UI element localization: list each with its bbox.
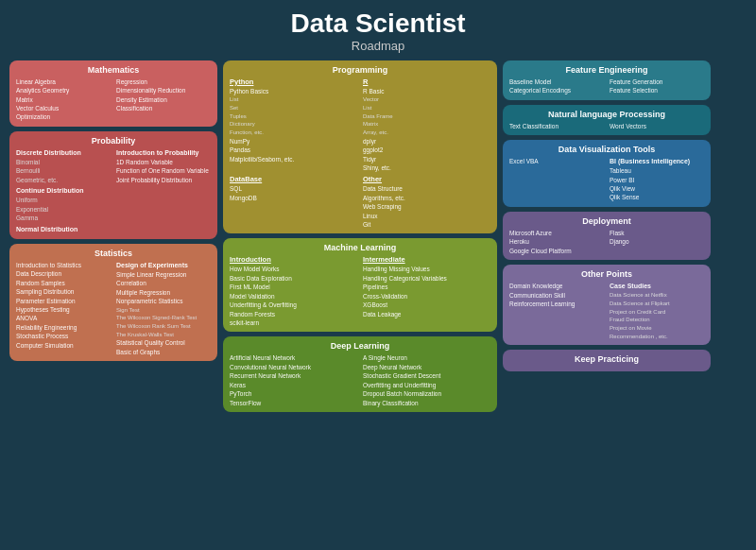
ml-5: Underfitting & Overfitting — [230, 301, 357, 309]
other-cs-title: Case Studies — [610, 282, 704, 291]
prob-col2: Introduction to Probability 1D Random Va… — [116, 148, 211, 234]
dl-ann: Artificial Neural Network — [230, 353, 357, 362]
prog-algo: Algorithms, etc. — [363, 194, 490, 202]
dvt-powerbi: Power BI — [610, 176, 704, 184]
left-column: Mathematics Linear Algebra Analytics Geo… — [9, 60, 217, 412]
stats-wsr: The Wilcoxon Signed-Rank Test — [116, 314, 211, 322]
stats-8: Reliability Engineering — [16, 323, 111, 332]
math-item-5: Optimization — [16, 112, 111, 121]
stats-title: Statistics — [16, 249, 211, 258]
feat-1: Baseline Model — [509, 77, 604, 86]
math-item-1: Linear Algebra — [16, 77, 111, 86]
math-item-3: Matrix — [16, 95, 111, 104]
stats-9: Stochastic Process — [16, 332, 111, 340]
dvt-qliksense: Qlik Sense — [610, 193, 704, 201]
py-set: Set — [230, 104, 357, 112]
math-title: Mathematics — [16, 65, 211, 75]
dl-card: Deep Learning Artificial Neural Network … — [223, 336, 497, 412]
ml-i5: XGBoost — [363, 301, 490, 309]
prob-geometric: Geometric, etc. — [16, 176, 111, 184]
stats-bog: Basic of Graphs — [116, 348, 211, 356]
ml-3: First ML Model — [230, 283, 357, 291]
stats-kw: The Kruskal-Walls Test — [116, 331, 211, 339]
math-item-9: Classification — [116, 104, 211, 112]
r-basic: R Basic — [363, 87, 490, 95]
py-func: Function, etc. — [230, 129, 357, 137]
r-ggplot: ggplot2 — [363, 146, 490, 154]
py-list: List — [230, 95, 357, 104]
dvt-title: Data Visualization Tools — [509, 145, 704, 154]
stats-card: Statistics Introduction to Statistics Da… — [9, 244, 217, 361]
dl-sgd: Stochastic Gradient Descent — [363, 371, 490, 380]
math-item-7: Dimensionality Reduction — [116, 86, 211, 95]
prog-python-col: Python Python Basics List Set Tuples Dic… — [230, 77, 357, 173]
subtitle: Roadmap — [9, 39, 747, 53]
prob-binomial: Binomial — [16, 158, 111, 166]
dvt-col1: Excel VBA — [509, 157, 604, 202]
ml-inter-title: Intermediate — [363, 255, 490, 264]
stats-doe: Design of Experiments — [116, 261, 211, 270]
other-rec: Recommendation , etc. — [610, 333, 704, 341]
other-credit: Project on Credit Card — [610, 308, 704, 317]
ml-i4: Cross-Validation — [363, 292, 490, 301]
deploy-title: Deployment — [509, 216, 704, 226]
dl-col1: Artificial Neural Network Convolutional … — [230, 353, 357, 407]
deploy-flask: Flask — [610, 229, 704, 237]
other-netflix: Data Science at Netflix — [610, 291, 704, 300]
deploy-azure: Microsoft Azure — [509, 229, 604, 237]
prog-db-col: DataBase SQL MongoDB — [230, 175, 357, 229]
dl-cnn: Convolutional Neural Network — [230, 363, 357, 371]
stats-3: Random Samples — [16, 279, 111, 287]
ml-intro-title: Introduction — [230, 255, 357, 264]
prog-r-col: R R Basic Vector List Data Frame Matrix … — [363, 77, 490, 173]
r-tidyr: Tidyr — [363, 155, 490, 163]
keep-card: Keep Practicing — [503, 350, 711, 371]
dvt-qlikview: Qlik View — [610, 184, 704, 193]
prob-gamma: Gamma — [16, 214, 111, 222]
prob-uniform: Uniform — [16, 196, 111, 204]
deploy-col1: Microsoft Azure Heroku Google Cloud Plat… — [509, 229, 604, 255]
deploy-col2: Flask Django — [610, 229, 704, 255]
deploy-card: Deployment Microsoft Azure Heroku Google… — [503, 212, 711, 260]
prog-ds: Data Structure — [363, 184, 490, 193]
dvt-card: Data Visualization Tools Excel VBA BI (B… — [503, 140, 711, 207]
math-item-2: Analytics Geometry — [16, 86, 111, 95]
prob-discrete: Discrete Distribution — [16, 148, 111, 158]
stats-5: Parameter Estimation — [16, 297, 111, 305]
title-area: Data Scientist Roadmap — [9, 9, 747, 53]
prog-git: Git — [363, 220, 490, 229]
ml-i2: Handling Categorical Variables — [363, 274, 490, 283]
py-numpy: NumPy — [230, 137, 357, 146]
math-col2: Regression Dimensionality Reduction Dens… — [116, 77, 211, 122]
py-dict: Dictionary — [230, 120, 357, 129]
nlp-col1: Text Classification — [509, 122, 604, 130]
py-tuples: Tuples — [230, 112, 357, 121]
db-mongo: MongoDB — [230, 194, 357, 202]
prob-card: Probability Discrete Distribution Binomi… — [9, 131, 217, 239]
feat-col2: Feature Generation Feature Selection — [610, 77, 704, 95]
prob-exponential: Exponential — [16, 205, 111, 214]
dl-title: Deep Learning — [230, 341, 490, 351]
dl-keras: Keras — [230, 381, 357, 389]
dvt-col2: BI (Business Intelligence) Tableau Power… — [610, 157, 704, 202]
dl-tf: TensorFlow — [230, 399, 357, 407]
feat-col1: Baseline Model Categorical Encodings — [509, 77, 604, 95]
r-list: List — [363, 104, 490, 112]
feat-2: Categorical Encodings — [509, 86, 604, 95]
nlp-1: Text Classification — [509, 122, 604, 130]
dl-single: A Single Neuron — [363, 353, 490, 362]
stats-slr: Simple Linear Regression — [116, 270, 211, 279]
stats-1: Introduction to Statistics — [16, 261, 111, 269]
ml-inter-col: Intermediate Handling Missing Values Han… — [363, 255, 490, 327]
dvt-excel: Excel VBA — [509, 157, 604, 165]
dl-over: Overfitting and Underfitting — [363, 381, 490, 389]
ml-i3: Pipelines — [363, 283, 490, 291]
ml-title: Machine Learning — [230, 243, 490, 252]
r-shiny: Shiny, etc. — [363, 163, 490, 172]
prob-1d: 1D Random Variable — [116, 158, 211, 166]
ml-6: Random Forests — [230, 310, 357, 318]
prog-other-col: Other Data Structure Algorithms, etc. We… — [363, 175, 490, 229]
stats-sign: Sign Test — [116, 306, 211, 315]
nlp-title: Natural language Processing — [509, 110, 704, 119]
feat-title: Feature Engineering — [509, 65, 704, 75]
